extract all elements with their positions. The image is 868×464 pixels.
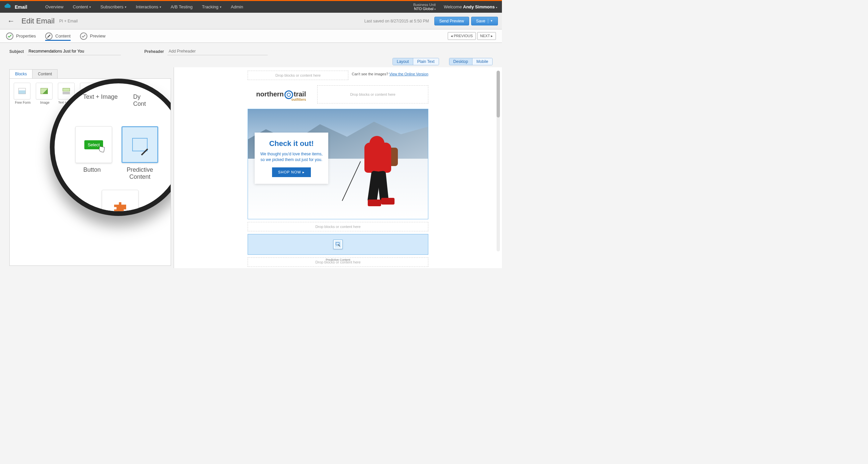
hero-block[interactable]: Check it out! We thought you'd love thes… xyxy=(248,109,428,219)
save-button[interactable]: Save▼ xyxy=(471,17,498,25)
last-saved-text: Last saved on 8/27/2015 at 5:50 PM xyxy=(364,19,429,23)
nav-overview[interactable]: Overview xyxy=(40,1,68,13)
tab-blocks[interactable]: Blocks xyxy=(9,69,32,78)
pencil-icon xyxy=(45,32,53,40)
app-name: Email xyxy=(15,4,27,10)
button-icon: Select xyxy=(84,140,103,149)
scrollbar[interactable] xyxy=(497,70,500,252)
page-title: Edit Email xyxy=(22,17,55,25)
nav-subscribers[interactable]: Subscribers▾ xyxy=(96,1,131,13)
chevron-down-icon: ▾ xyxy=(89,5,91,9)
wand-icon xyxy=(132,138,148,151)
logo-emblem-icon xyxy=(284,90,293,99)
chevron-down-icon: ▾ xyxy=(160,5,161,9)
previous-button[interactable]: ◂ PREVIOUS xyxy=(448,32,476,40)
toggle-layout[interactable]: Layout xyxy=(393,58,413,65)
logo: northerntrail outfitters xyxy=(248,85,314,106)
check-icon xyxy=(6,32,13,40)
business-unit-switcher[interactable]: Business Unit NTO Global ▾ xyxy=(413,3,439,11)
nav-admin[interactable]: Admin xyxy=(226,1,248,13)
hero-subtext: We thought you'd love these items, so we… xyxy=(259,151,323,163)
drop-zone-active[interactable]: Predictive Content xyxy=(248,234,428,255)
breadcrumb: PI + Email xyxy=(59,19,78,23)
predictive-content-ghost xyxy=(333,240,343,249)
mag-block-reference[interactable]: Reference xyxy=(102,190,135,216)
step-properties[interactable]: Properties xyxy=(6,32,36,40)
user-menu[interactable]: Welcome Andy Simmons ▾ xyxy=(439,4,502,9)
mag-block-text-image[interactable]: Text + Image xyxy=(77,90,124,100)
puzzle-icon xyxy=(114,202,126,214)
chevron-down-icon: ▼ xyxy=(490,20,493,23)
block-image[interactable]: Image xyxy=(36,83,54,108)
view-toggle: Layout Plain Text xyxy=(393,58,439,65)
subject-label: Subject xyxy=(9,49,24,54)
cloud-icon xyxy=(0,3,15,10)
back-button[interactable]: ← xyxy=(4,17,18,25)
chevron-down-icon: ▾ xyxy=(220,5,221,9)
hero-cta-button[interactable]: SHOP NOW ▸ xyxy=(272,167,311,177)
drop-zone[interactable]: Drop blocks or content here xyxy=(248,70,348,80)
device-toggle: Desktop Mobile xyxy=(449,58,493,65)
block-free-form[interactable]: Free Form xyxy=(14,83,32,108)
preheader-input[interactable] xyxy=(167,48,268,55)
next-button[interactable]: NEXT ▸ xyxy=(477,32,496,40)
nav-tracking[interactable]: Tracking▾ xyxy=(197,1,226,13)
nav-interactions[interactable]: Interactions▾ xyxy=(131,1,166,13)
subject-input[interactable] xyxy=(27,48,121,55)
chevron-down-icon: ▾ xyxy=(496,6,497,9)
toggle-plain-text[interactable]: Plain Text xyxy=(413,58,439,65)
toggle-mobile[interactable]: Mobile xyxy=(472,58,492,65)
freeform-icon xyxy=(19,88,26,94)
svg-line-1 xyxy=(338,244,340,246)
mag-block-predictive-content[interactable]: Predictive Content xyxy=(118,126,162,180)
drop-zone[interactable]: Drop blocks or content here xyxy=(317,85,428,104)
toggle-desktop[interactable]: Desktop xyxy=(450,58,472,65)
svg-rect-0 xyxy=(336,242,339,245)
image-icon xyxy=(40,88,48,94)
step-preview[interactable]: Preview xyxy=(80,32,105,40)
send-preview-button[interactable]: Send Preview xyxy=(434,17,469,25)
ghost-label: Predictive Content xyxy=(326,258,350,262)
mag-block-dynamic-content[interactable]: DyCont xyxy=(133,90,160,108)
preheader-label: Preheader xyxy=(144,49,164,54)
hero-headline: Check it out! xyxy=(259,139,323,148)
view-online-link[interactable]: View the Online Version xyxy=(389,72,428,76)
nav-ab-testing[interactable]: A/B Testing xyxy=(166,1,197,13)
step-content[interactable]: Content xyxy=(45,31,71,41)
tab-content[interactable]: Content xyxy=(32,69,58,78)
nav-content[interactable]: Content▾ xyxy=(68,1,96,13)
chevron-down-icon: ▾ xyxy=(125,5,126,9)
text-image-icon xyxy=(63,88,70,94)
drop-zone[interactable]: Drop blocks or content here xyxy=(248,222,428,231)
hero-card: Check it out! We thought you'd love thes… xyxy=(255,133,328,184)
chevron-down-icon: ▾ xyxy=(434,8,436,11)
view-online-note: Can't see the images? View the Online Ve… xyxy=(352,70,428,76)
scrollbar-thumb[interactable] xyxy=(497,70,500,117)
check-icon xyxy=(80,32,87,40)
skier-graphic xyxy=(358,129,408,206)
mag-block-button[interactable]: Select Button xyxy=(75,126,109,173)
